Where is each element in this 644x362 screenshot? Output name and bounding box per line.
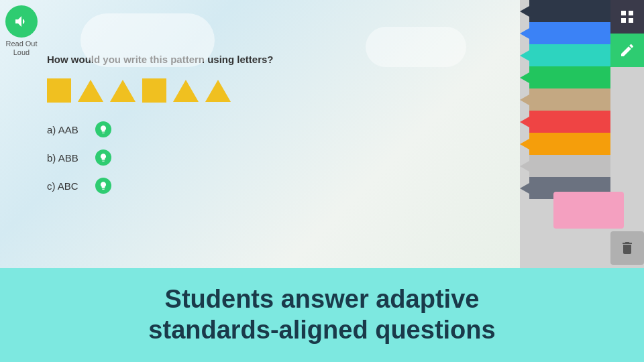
color-bar-tan (529, 88, 610, 111)
color-bar-dark-navy (529, 0, 610, 22)
color-arrow-teal (520, 50, 529, 61)
color-strip-teal[interactable] (520, 44, 610, 66)
bulb-icon-b (99, 153, 108, 162)
bulb-icon-c (99, 181, 108, 190)
banner-text: Students answer adaptive standards-align… (148, 284, 495, 345)
delete-button[interactable] (610, 231, 644, 265)
question-content: How would you write this pattern using l… (47, 54, 527, 206)
pencil-tool-button[interactable] (610, 34, 644, 67)
app-container: Read Out Loud How would you write this p… (0, 0, 644, 362)
color-arrow-light-gray (520, 161, 529, 172)
top-section: Read Out Loud How would you write this p… (0, 0, 644, 268)
pencil-icon (619, 42, 635, 58)
shape-triangle-1 (78, 80, 103, 102)
read-aloud-button[interactable]: Read Out Loud (5, 5, 38, 57)
right-panel (520, 0, 644, 268)
grid-view-button[interactable] (610, 0, 644, 34)
color-strip-blue[interactable] (520, 22, 610, 44)
question-text: How would you write this pattern using l… (47, 54, 527, 65)
shape-square-1 (47, 78, 71, 103)
color-bar-orange (529, 133, 610, 155)
trash-icon (619, 240, 635, 256)
color-strip-light-gray[interactable] (520, 155, 610, 177)
color-bar-teal (529, 44, 610, 66)
bottom-banner: Students answer adaptive standards-align… (0, 268, 644, 362)
answer-option-a[interactable]: a) AAB (47, 121, 527, 137)
shape-triangle-4 (205, 80, 231, 102)
color-bar-green (529, 66, 610, 88)
eraser-block[interactable] (553, 192, 624, 229)
shape-triangle-3 (173, 80, 199, 102)
answer-option-c[interactable]: c) ABC (47, 178, 527, 194)
color-bar-light-gray (529, 155, 610, 177)
hint-icon-a[interactable] (95, 121, 111, 137)
speaker-svg (13, 13, 30, 29)
shape-square-2 (142, 78, 166, 103)
grid-icon (619, 9, 635, 25)
pattern-row (47, 78, 527, 103)
color-arrow-dark-navy (520, 6, 529, 17)
answer-a-label: a) AAB (47, 124, 87, 135)
color-arrow-blue (520, 28, 529, 39)
color-arrow-tan (520, 95, 529, 105)
answer-b-label: b) ABB (47, 152, 87, 164)
color-strip-dark-navy[interactable] (520, 0, 610, 22)
color-palette (520, 0, 610, 199)
color-arrow-dark-gray (520, 183, 529, 194)
hint-icon-c[interactable] (95, 178, 111, 194)
color-bar-red (529, 111, 610, 133)
answer-c-label: c) ABC (47, 180, 87, 192)
color-strip-green[interactable] (520, 66, 610, 88)
toolbar-icons (610, 0, 644, 67)
bulb-icon-a (99, 125, 108, 134)
answer-option-b[interactable]: b) ABB (47, 149, 527, 166)
color-strip-tan[interactable] (520, 88, 610, 111)
hint-icon-b[interactable] (95, 149, 111, 166)
question-area: Read Out Loud How would you write this p… (0, 0, 520, 268)
color-bar-blue (529, 22, 610, 44)
color-strip-red[interactable] (520, 111, 610, 133)
color-arrow-red (520, 117, 529, 127)
color-arrow-orange (520, 139, 529, 149)
speaker-icon (5, 5, 38, 38)
color-strip-orange[interactable] (520, 133, 610, 155)
read-aloud-label: Read Out Loud (5, 40, 37, 57)
shape-triangle-2 (110, 80, 136, 102)
color-arrow-green (520, 72, 529, 83)
